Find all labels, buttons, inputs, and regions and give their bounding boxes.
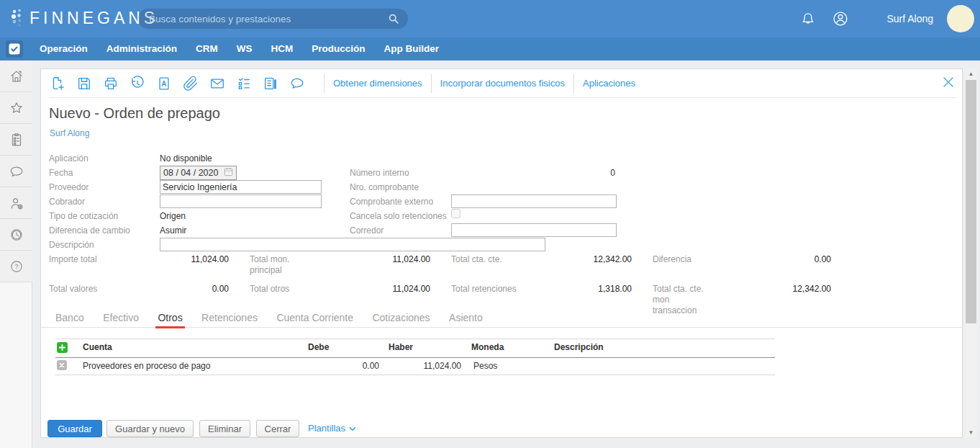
tab-banco[interactable]: Banco: [55, 308, 84, 328]
close-icon[interactable]: [942, 76, 955, 89]
search-icon[interactable]: [379, 12, 408, 26]
user-icon[interactable]: [831, 9, 850, 28]
comprobante-externo-input[interactable]: [451, 194, 617, 208]
scroll-down-arrow[interactable]: ▼: [965, 427, 977, 438]
help-icon: ?: [9, 259, 24, 274]
cobrador-label: Cobrador: [49, 197, 85, 207]
obtener-dimensiones-link[interactable]: Obtener dimensiones: [333, 78, 422, 89]
aplicacion-label: Aplicación: [49, 153, 89, 163]
cobrador-input[interactable]: [160, 194, 322, 208]
svg-text:?: ?: [14, 263, 18, 270]
scroll-up-arrow[interactable]: ▲: [965, 68, 977, 79]
tab-otros[interactable]: Otros: [158, 308, 182, 328]
proveedor-input[interactable]: [160, 180, 322, 194]
sidebar-item-help[interactable]: ?: [0, 251, 32, 282]
diferencia-value: 0.00: [752, 254, 831, 264]
cell-debe[interactable]: 0.00: [322, 361, 379, 371]
sidebar-item-contacts[interactable]: [0, 187, 32, 219]
tab-cuenta-corriente[interactable]: Cuenta Corriente: [276, 308, 353, 328]
menu-item-produccion[interactable]: Producción: [302, 37, 374, 61]
menu-item-crm[interactable]: CRM: [186, 37, 227, 61]
tab-efectivo[interactable]: Efectivo: [103, 308, 139, 328]
tab-asiento[interactable]: Asiento: [449, 308, 483, 328]
menu-item-administracion[interactable]: Administración: [97, 37, 186, 61]
numero-interno-value: 0: [451, 168, 615, 178]
cancela-solo-retenciones-checkbox[interactable]: [451, 209, 460, 218]
diferencia-label: Diferencia: [653, 254, 691, 265]
descripcion-label: Descripción: [49, 240, 94, 250]
tasks-icon: [9, 132, 24, 148]
templates-dropdown[interactable]: Plantillas: [308, 420, 356, 437]
sidebar-item-chat[interactable]: [0, 156, 32, 187]
sidebar-item-recent[interactable]: [0, 219, 32, 251]
total-retenciones-value: 1,318.00: [553, 284, 632, 294]
tipo-cotizacion-label: Tipo de cotización: [49, 211, 118, 221]
delete-button[interactable]: Eliminar: [199, 420, 250, 437]
total-valores-value: 0.00: [150, 284, 229, 294]
add-contact-icon: [9, 195, 24, 211]
owner-link[interactable]: Surf Along: [50, 128, 89, 138]
col-header-haber: Haber: [389, 342, 413, 352]
menu-item-operacion[interactable]: Operación: [30, 37, 97, 61]
total-cta-cte-label: Total cta. cte.: [451, 254, 502, 265]
toolbar-separator: [49, 97, 957, 98]
incorporar-documentos-link[interactable]: Incorporar documentos fisicos: [440, 78, 565, 89]
logo-dots-icon: [10, 7, 24, 29]
mail-icon[interactable]: [209, 75, 226, 92]
header-actions: Surf Along: [799, 0, 974, 37]
clock-icon: [9, 227, 24, 243]
font-icon[interactable]: [155, 75, 173, 92]
document-card: Obtener dimensiones Incorporar documento…: [40, 68, 963, 438]
table-header-border: [55, 357, 775, 358]
fecha-input[interactable]: 08 / 04 / 2020: [160, 166, 237, 180]
comment-icon[interactable]: [289, 75, 306, 92]
aplicaciones-link[interactable]: Aplicaciones: [583, 78, 635, 89]
close-button[interactable]: Cerrar: [256, 420, 299, 437]
attach-icon[interactable]: [182, 75, 199, 92]
col-header-descripcion: Descripción: [554, 342, 604, 352]
corredor-label: Corredor: [350, 225, 384, 236]
workspace-check-icon[interactable]: [6, 40, 23, 58]
menu-item-ws[interactable]: WS: [227, 37, 262, 61]
history-icon[interactable]: [129, 75, 146, 92]
scrollbar-thumb[interactable]: [966, 80, 976, 323]
sidebar-item-home[interactable]: [0, 61, 32, 92]
total-cta-cte-value: 12,342.00: [553, 254, 632, 264]
total-mon-principal-value: 11,024.00: [351, 254, 430, 264]
descripcion-input[interactable]: [160, 238, 545, 251]
cell-moneda[interactable]: Pesos: [473, 361, 497, 371]
sidebar-item-tasks[interactable]: [0, 124, 32, 156]
aplicacion-value: No disponible: [160, 153, 212, 163]
cell-haber[interactable]: 11,024.00: [404, 361, 461, 371]
save-button[interactable]: Guardar: [47, 420, 102, 437]
search-input[interactable]: [138, 14, 379, 24]
bell-icon[interactable]: [799, 9, 817, 28]
delete-row-button[interactable]: [57, 360, 67, 373]
checklist-icon[interactable]: [235, 75, 253, 92]
finnegans-logo[interactable]: FINNEGANS: [10, 7, 158, 29]
toolbar-divider: [573, 74, 574, 93]
menu-item-app-builder[interactable]: App Builder: [375, 37, 449, 61]
new-document-icon[interactable]: [49, 75, 66, 92]
total-valores-label: Total valores: [49, 284, 97, 295]
print-icon[interactable]: [102, 75, 119, 92]
avatar[interactable]: [947, 5, 974, 32]
vertical-scrollbar: ▲ ▼: [965, 68, 977, 438]
cell-cuenta[interactable]: Proveedores en proceso de pago: [83, 361, 210, 371]
save-icon[interactable]: [76, 75, 93, 92]
diferencia-cambio-label: Diferencia de cambio: [49, 225, 130, 236]
tab-cotizaciones[interactable]: Cotizaciones: [372, 308, 430, 328]
user-name[interactable]: Surf Along: [886, 13, 933, 24]
document-toolbar: Obtener dimensiones Incorporar documento…: [41, 69, 962, 97]
corredor-input[interactable]: [451, 223, 617, 237]
calendar-icon[interactable]: [224, 167, 233, 179]
tab-retenciones[interactable]: Retenciones: [201, 308, 258, 328]
total-retenciones-label: Total retenciones: [451, 284, 517, 295]
save-and-new-button[interactable]: Guardar y nuevo: [106, 420, 194, 437]
toolbar-divider: [431, 74, 432, 93]
report-icon[interactable]: [262, 75, 279, 92]
menu-item-hcm[interactable]: HCM: [262, 37, 303, 61]
fecha-label: Fecha: [49, 168, 73, 178]
add-row-button[interactable]: [57, 342, 68, 356]
sidebar-item-favorites[interactable]: [0, 92, 32, 124]
